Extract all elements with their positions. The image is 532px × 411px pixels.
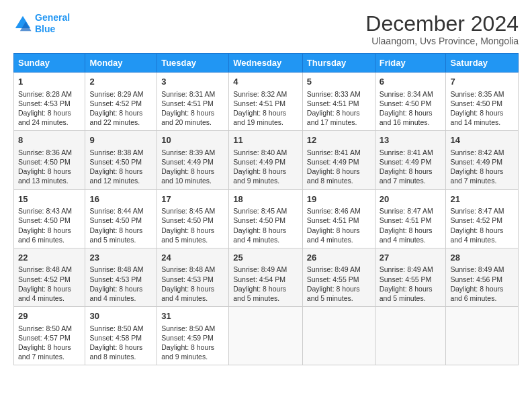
month-title: December 2024 xyxy=(365,12,519,36)
logo-text: General Blue xyxy=(35,12,70,35)
table-row: 19Sunrise: 8:46 AMSunset: 4:51 PMDayligh… xyxy=(302,189,375,248)
day-number: 16 xyxy=(89,193,152,205)
table-row xyxy=(446,307,519,365)
calendar-header-row: Sunday Monday Tuesday Wednesday Thursday… xyxy=(14,54,519,73)
table-row: 18Sunrise: 8:45 AMSunset: 4:50 PMDayligh… xyxy=(229,189,303,248)
table-row: 24Sunrise: 8:48 AMSunset: 4:53 PMDayligh… xyxy=(157,248,229,306)
day-info: Sunrise: 8:49 AMSunset: 4:56 PMDaylight:… xyxy=(450,265,514,303)
day-number: 4 xyxy=(233,76,298,88)
day-number: 8 xyxy=(18,134,81,146)
col-thursday: Thursday xyxy=(302,54,375,73)
day-number: 18 xyxy=(233,193,298,205)
calendar-week-5: 29Sunrise: 8:50 AMSunset: 4:57 PMDayligh… xyxy=(14,307,519,365)
table-row: 14Sunrise: 8:42 AMSunset: 4:49 PMDayligh… xyxy=(446,131,519,189)
day-number: 7 xyxy=(450,76,514,88)
col-saturday: Saturday xyxy=(446,54,519,73)
table-row: 27Sunrise: 8:49 AMSunset: 4:55 PMDayligh… xyxy=(375,248,446,306)
day-info: Sunrise: 8:47 AMSunset: 4:52 PMDaylight:… xyxy=(450,206,514,244)
col-tuesday: Tuesday xyxy=(157,54,229,73)
header: General Blue December 2024 Ulaangom, Uvs… xyxy=(13,12,519,46)
table-row: 15Sunrise: 8:43 AMSunset: 4:50 PMDayligh… xyxy=(14,189,85,248)
col-friday: Friday xyxy=(375,54,446,73)
table-row xyxy=(302,307,375,365)
day-number: 5 xyxy=(307,76,371,88)
subtitle: Ulaangom, Uvs Province, Mongolia xyxy=(365,36,519,46)
table-row: 6Sunrise: 8:34 AMSunset: 4:50 PMDaylight… xyxy=(375,73,446,131)
day-info: Sunrise: 8:28 AMSunset: 4:53 PMDaylight:… xyxy=(18,89,81,128)
day-number: 2 xyxy=(89,76,152,88)
day-info: Sunrise: 8:45 AMSunset: 4:50 PMDaylight:… xyxy=(161,206,224,244)
table-row: 8Sunrise: 8:36 AMSunset: 4:50 PMDaylight… xyxy=(14,131,85,189)
day-info: Sunrise: 8:41 AMSunset: 4:49 PMDaylight:… xyxy=(380,148,442,186)
table-row: 7Sunrise: 8:35 AMSunset: 4:50 PMDaylight… xyxy=(446,73,519,131)
table-row: 1Sunrise: 8:28 AMSunset: 4:53 PMDaylight… xyxy=(14,73,85,131)
day-number: 25 xyxy=(233,252,298,264)
table-row: 21Sunrise: 8:47 AMSunset: 4:52 PMDayligh… xyxy=(446,189,519,248)
day-info: Sunrise: 8:33 AMSunset: 4:51 PMDaylight:… xyxy=(307,89,371,128)
logo-line2: Blue xyxy=(35,24,55,34)
day-number: 10 xyxy=(161,134,224,146)
day-number: 17 xyxy=(161,193,224,205)
table-row: 13Sunrise: 8:41 AMSunset: 4:49 PMDayligh… xyxy=(375,131,446,189)
day-info: Sunrise: 8:34 AMSunset: 4:50 PMDaylight:… xyxy=(380,89,442,128)
day-info: Sunrise: 8:39 AMSunset: 4:49 PMDaylight:… xyxy=(161,148,224,186)
day-number: 29 xyxy=(18,310,81,322)
day-number: 13 xyxy=(380,134,442,146)
table-row: 28Sunrise: 8:49 AMSunset: 4:56 PMDayligh… xyxy=(446,248,519,306)
table-row: 25Sunrise: 8:49 AMSunset: 4:54 PMDayligh… xyxy=(229,248,303,306)
day-info: Sunrise: 8:50 AMSunset: 4:59 PMDaylight:… xyxy=(161,324,224,362)
day-number: 3 xyxy=(161,76,224,88)
col-sunday: Sunday xyxy=(14,54,85,73)
day-info: Sunrise: 8:45 AMSunset: 4:50 PMDaylight:… xyxy=(233,206,298,244)
day-number: 30 xyxy=(89,310,152,322)
table-row: 12Sunrise: 8:41 AMSunset: 4:49 PMDayligh… xyxy=(302,131,375,189)
day-number: 20 xyxy=(380,193,442,205)
day-info: Sunrise: 8:48 AMSunset: 4:52 PMDaylight:… xyxy=(18,265,81,303)
logo-line1: General xyxy=(35,12,70,23)
table-row: 5Sunrise: 8:33 AMSunset: 4:51 PMDaylight… xyxy=(302,73,375,131)
table-row: 2Sunrise: 8:29 AMSunset: 4:52 PMDaylight… xyxy=(85,73,157,131)
calendar-week-1: 1Sunrise: 8:28 AMSunset: 4:53 PMDaylight… xyxy=(14,73,519,131)
day-info: Sunrise: 8:42 AMSunset: 4:49 PMDaylight:… xyxy=(450,148,514,186)
table-row: 20Sunrise: 8:47 AMSunset: 4:51 PMDayligh… xyxy=(375,189,446,248)
day-number: 21 xyxy=(450,193,514,205)
table-row: 30Sunrise: 8:50 AMSunset: 4:58 PMDayligh… xyxy=(85,307,157,365)
day-info: Sunrise: 8:49 AMSunset: 4:55 PMDaylight:… xyxy=(307,265,371,303)
day-number: 12 xyxy=(307,134,371,146)
day-number: 23 xyxy=(89,252,152,264)
day-number: 31 xyxy=(161,310,224,322)
calendar-week-2: 8Sunrise: 8:36 AMSunset: 4:50 PMDaylight… xyxy=(14,131,519,189)
day-info: Sunrise: 8:32 AMSunset: 4:51 PMDaylight:… xyxy=(233,89,298,128)
day-number: 14 xyxy=(450,134,514,146)
logo: General Blue xyxy=(13,12,70,35)
day-info: Sunrise: 8:40 AMSunset: 4:49 PMDaylight:… xyxy=(233,148,298,186)
table-row: 16Sunrise: 8:44 AMSunset: 4:50 PMDayligh… xyxy=(85,189,157,248)
day-info: Sunrise: 8:48 AMSunset: 4:53 PMDaylight:… xyxy=(89,265,152,303)
calendar-week-4: 22Sunrise: 8:48 AMSunset: 4:52 PMDayligh… xyxy=(14,248,519,306)
day-info: Sunrise: 8:41 AMSunset: 4:49 PMDaylight:… xyxy=(307,148,371,186)
title-block: December 2024 Ulaangom, Uvs Province, Mo… xyxy=(365,12,519,46)
calendar-week-3: 15Sunrise: 8:43 AMSunset: 4:50 PMDayligh… xyxy=(14,189,519,248)
day-number: 19 xyxy=(307,193,371,205)
table-row: 29Sunrise: 8:50 AMSunset: 4:57 PMDayligh… xyxy=(14,307,85,365)
day-number: 22 xyxy=(18,252,81,264)
day-number: 15 xyxy=(18,193,81,205)
day-info: Sunrise: 8:48 AMSunset: 4:53 PMDaylight:… xyxy=(161,265,224,303)
day-number: 1 xyxy=(18,76,81,88)
table-row: 4Sunrise: 8:32 AMSunset: 4:51 PMDaylight… xyxy=(229,73,303,131)
day-info: Sunrise: 8:35 AMSunset: 4:50 PMDaylight:… xyxy=(450,89,514,128)
day-info: Sunrise: 8:43 AMSunset: 4:50 PMDaylight:… xyxy=(18,206,81,244)
calendar-table: Sunday Monday Tuesday Wednesday Thursday… xyxy=(13,53,519,365)
day-info: Sunrise: 8:47 AMSunset: 4:51 PMDaylight:… xyxy=(380,206,442,244)
table-row: 23Sunrise: 8:48 AMSunset: 4:53 PMDayligh… xyxy=(85,248,157,306)
table-row: 3Sunrise: 8:31 AMSunset: 4:51 PMDaylight… xyxy=(157,73,229,131)
day-number: 24 xyxy=(161,252,224,264)
table-row: 22Sunrise: 8:48 AMSunset: 4:52 PMDayligh… xyxy=(14,248,85,306)
day-number: 9 xyxy=(89,134,152,146)
day-number: 27 xyxy=(380,252,442,264)
day-info: Sunrise: 8:49 AMSunset: 4:54 PMDaylight:… xyxy=(233,265,298,303)
page: General Blue December 2024 Ulaangom, Uvs… xyxy=(0,0,532,377)
day-info: Sunrise: 8:50 AMSunset: 4:58 PMDaylight:… xyxy=(89,324,152,362)
day-number: 26 xyxy=(307,252,371,264)
col-monday: Monday xyxy=(85,54,157,73)
